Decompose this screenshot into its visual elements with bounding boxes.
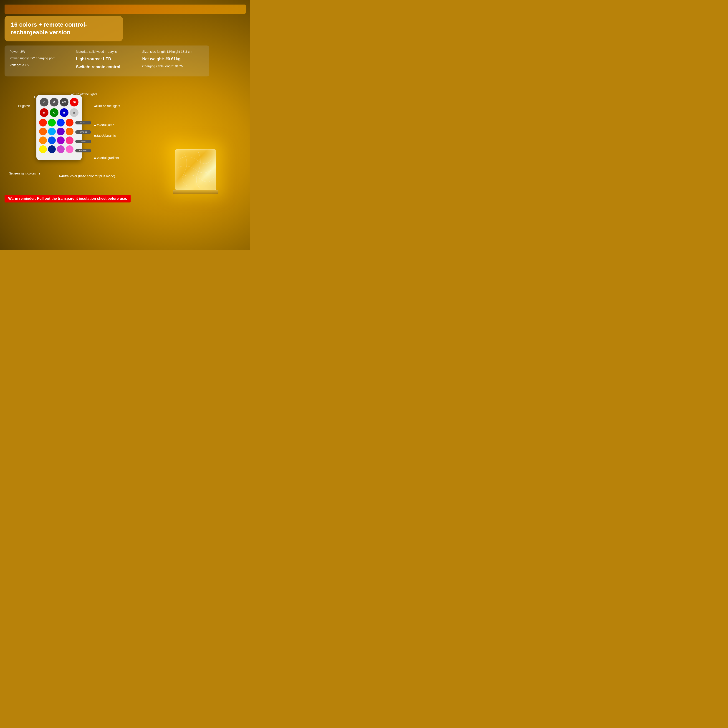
remote-btn-dim[interactable]: ○: [40, 98, 49, 107]
lamp-visual: [175, 149, 221, 199]
label-neutral-color: Neutral color (base color for plus mode): [59, 174, 115, 178]
mode-fade[interactable]: FADE: [75, 140, 91, 143]
color-green1[interactable]: [48, 119, 56, 127]
lamp-body: [175, 149, 216, 190]
lamp-area: [162, 149, 241, 217]
mode-strobe[interactable]: STROBE: [75, 130, 91, 134]
remote-btn-bright[interactable]: ☀: [50, 98, 58, 107]
color-orange1[interactable]: [39, 128, 47, 135]
spec-light-source: Light source: LED: [76, 56, 134, 62]
color-blue1[interactable]: [57, 119, 64, 127]
lamp-base: [173, 190, 219, 194]
remote-row-1: ○ ☀ OFF ON: [39, 98, 79, 107]
specs-box: Power: 3W Power supply: DC charging port…: [5, 46, 209, 76]
color-purple2[interactable]: [57, 136, 64, 144]
label-colorful-jump: Colorful jump: [96, 123, 114, 127]
dot-gradient: [94, 158, 96, 159]
dot-sixteen: [39, 173, 40, 174]
color-pink2[interactable]: [66, 145, 73, 153]
label-static-dynamic: static/dynamic: [96, 134, 116, 138]
dot-colorjump: [94, 125, 96, 126]
color-blue2[interactable]: [48, 136, 56, 144]
color-grid: [39, 119, 73, 153]
specs-col-3: Size: side length 13*height 13.3 cm Net …: [138, 50, 204, 72]
label-colorful-gradient: Colorful gradient: [96, 156, 119, 160]
top-image-strip: [5, 5, 246, 14]
label-brighten: Brighten: [18, 104, 30, 108]
dot-staticdynamic: [94, 135, 96, 137]
spec-voltage: Voltage: <36V: [9, 63, 67, 67]
remote-btn-on[interactable]: ON: [70, 98, 78, 107]
remote-btn-b[interactable]: B: [60, 108, 69, 117]
color-red1[interactable]: [39, 119, 47, 127]
remote-control: ○ ☀ OFF ON R G B W: [37, 95, 82, 161]
dot-turnon: [95, 106, 96, 107]
color-pink1[interactable]: [66, 136, 73, 144]
color-violet1[interactable]: [57, 145, 64, 153]
specs-col-1: Power: 3W Power supply: DC charging port…: [9, 50, 72, 72]
label-turn-on: Turn on the lights: [96, 104, 120, 108]
remote-btn-r[interactable]: R: [40, 108, 49, 117]
warning-text: Warm reminder: Pull out the transparent …: [8, 197, 127, 200]
spec-material: Material: solid wood + acrylic: [76, 50, 134, 54]
title-box: 16 colors + remote control-rechargeable …: [5, 16, 123, 41]
mode-smooth[interactable]: SMOOTH: [75, 149, 91, 153]
warning-bar: Warm reminder: Pull out the transparent …: [5, 195, 131, 202]
mode-buttons: FLASH STROBE FADE SMOOTH: [75, 119, 91, 155]
dot-neutral: [61, 176, 63, 177]
color-orange2[interactable]: [66, 128, 73, 135]
color-cyan1[interactable]: [48, 128, 56, 135]
color-red2[interactable]: [66, 119, 73, 127]
color-yellow1[interactable]: [39, 145, 47, 153]
remote-btn-off[interactable]: OFF: [60, 98, 69, 107]
color-amber1[interactable]: [39, 136, 47, 144]
label-sixteen-colors: Sixteen light colors: [9, 171, 36, 175]
color-darkblue1[interactable]: [48, 145, 56, 153]
spec-power: Power: 3W: [9, 50, 67, 54]
remote-row-2: R G B W: [39, 108, 79, 117]
specs-col-2: Material: solid wood + acrylic Light sou…: [72, 50, 138, 72]
diagram-area: Dim Turn off the lights Brighten ○ ☀ OFF…: [5, 81, 246, 190]
spec-cable: Charging cable length: 81CM: [142, 64, 200, 69]
spec-switch: Switch: remote control: [76, 64, 134, 70]
title-text: 16 colors + remote control-rechargeable …: [11, 21, 116, 37]
spec-power-supply: Power supply: DC charging port: [9, 56, 67, 61]
spec-size: Size: side length 13*height 13.3 cm: [142, 50, 200, 54]
spec-weight: Net weight: #0.61kg: [142, 56, 200, 62]
remote-btn-w[interactable]: W: [70, 108, 78, 117]
mode-flash[interactable]: FLASH: [75, 121, 91, 124]
remote-btn-g[interactable]: G: [50, 108, 58, 117]
color-purple1[interactable]: [57, 128, 64, 135]
